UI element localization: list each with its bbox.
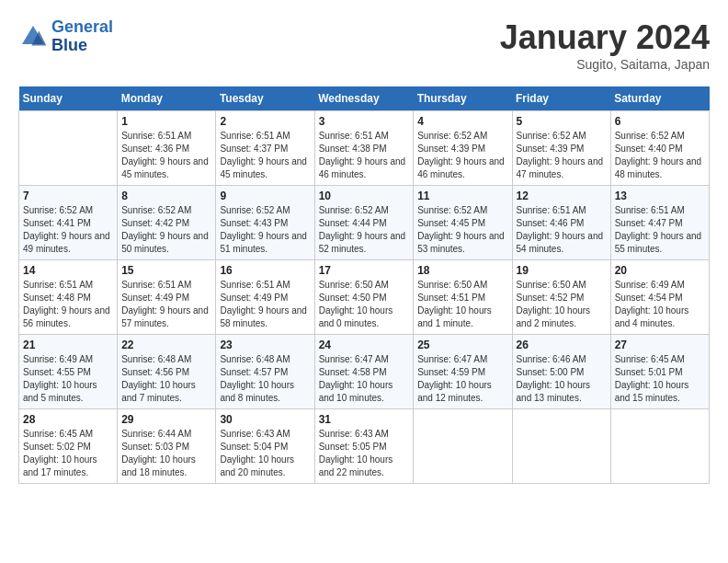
day-number: 29 [121, 413, 211, 426]
day-number: 18 [417, 264, 507, 277]
day-number: 5 [517, 115, 607, 128]
day-number: 30 [220, 413, 310, 426]
day-info: Sunrise: 6:51 AMSunset: 4:46 PMDaylight:… [517, 204, 607, 256]
calendar-cell: 8Sunrise: 6:52 AMSunset: 4:42 PMDaylight… [118, 186, 216, 260]
day-number: 9 [220, 190, 310, 202]
calendar-week-3: 14Sunrise: 6:51 AMSunset: 4:48 PMDayligh… [19, 260, 710, 335]
day-number: 31 [319, 413, 410, 426]
day-number: 26 [517, 339, 607, 351]
calendar-cell: 28Sunrise: 6:45 AMSunset: 5:02 PMDayligh… [19, 409, 118, 484]
calendar-cell: 13Sunrise: 6:51 AMSunset: 4:47 PMDayligh… [610, 186, 709, 260]
calendar-cell: 6Sunrise: 6:52 AMSunset: 4:40 PMDaylight… [610, 111, 709, 186]
calendar-cell: 5Sunrise: 6:52 AMSunset: 4:39 PMDaylight… [512, 111, 610, 186]
day-info: Sunrise: 6:52 AMSunset: 4:40 PMDaylight:… [615, 130, 705, 181]
day-number: 28 [23, 413, 113, 426]
day-info: Sunrise: 6:51 AMSunset: 4:36 PMDaylight:… [121, 130, 211, 181]
col-header-sunday: Sunday [19, 86, 118, 111]
day-info: Sunrise: 6:45 AMSunset: 5:02 PMDaylight:… [23, 428, 113, 479]
day-number: 2 [220, 115, 310, 128]
day-info: Sunrise: 6:48 AMSunset: 4:56 PMDaylight:… [121, 353, 211, 405]
calendar-week-2: 7Sunrise: 6:52 AMSunset: 4:41 PMDaylight… [19, 186, 710, 260]
day-info: Sunrise: 6:43 AMSunset: 5:05 PMDaylight:… [319, 428, 410, 479]
month-title: January 2024 [500, 18, 710, 57]
day-number: 10 [319, 190, 410, 202]
logo-text: General Blue [51, 18, 113, 55]
calendar-week-5: 28Sunrise: 6:45 AMSunset: 5:02 PMDayligh… [19, 409, 710, 484]
calendar-cell: 31Sunrise: 6:43 AMSunset: 5:05 PMDayligh… [314, 409, 414, 484]
col-header-thursday: Thursday [414, 86, 512, 111]
day-info: Sunrise: 6:47 AMSunset: 4:58 PMDaylight:… [319, 353, 410, 405]
day-info: Sunrise: 6:44 AMSunset: 5:03 PMDaylight:… [121, 428, 211, 479]
calendar-cell [19, 111, 118, 186]
day-number: 27 [615, 339, 705, 351]
calendar-cell: 18Sunrise: 6:50 AMSunset: 4:51 PMDayligh… [414, 260, 512, 335]
calendar-cell: 10Sunrise: 6:52 AMSunset: 4:44 PMDayligh… [314, 186, 414, 260]
calendar-cell [414, 409, 512, 484]
day-number: 25 [417, 339, 507, 351]
day-info: Sunrise: 6:50 AMSunset: 4:50 PMDaylight:… [319, 279, 410, 330]
calendar-cell: 24Sunrise: 6:47 AMSunset: 4:58 PMDayligh… [314, 335, 414, 409]
day-info: Sunrise: 6:52 AMSunset: 4:39 PMDaylight:… [417, 130, 507, 181]
calendar-week-4: 21Sunrise: 6:49 AMSunset: 4:55 PMDayligh… [19, 335, 710, 409]
day-number: 20 [615, 264, 705, 277]
title-block: January 2024 Sugito, Saitama, Japan [500, 18, 710, 72]
col-header-saturday: Saturday [610, 86, 709, 111]
day-info: Sunrise: 6:51 AMSunset: 4:49 PMDaylight:… [220, 279, 310, 330]
day-number: 24 [319, 339, 410, 351]
col-header-monday: Monday [118, 86, 216, 111]
day-number: 6 [615, 115, 705, 128]
day-number: 23 [220, 339, 310, 351]
day-number: 8 [121, 190, 211, 202]
day-number: 4 [417, 115, 507, 128]
day-info: Sunrise: 6:49 AMSunset: 4:55 PMDaylight:… [23, 353, 113, 405]
calendar-cell: 26Sunrise: 6:46 AMSunset: 5:00 PMDayligh… [512, 335, 610, 409]
calendar-cell [610, 409, 709, 484]
col-header-tuesday: Tuesday [216, 86, 314, 111]
day-info: Sunrise: 6:50 AMSunset: 4:52 PMDaylight:… [517, 279, 607, 330]
calendar-cell: 29Sunrise: 6:44 AMSunset: 5:03 PMDayligh… [118, 409, 216, 484]
day-info: Sunrise: 6:45 AMSunset: 5:01 PMDaylight:… [615, 353, 705, 405]
day-number: 12 [517, 190, 607, 202]
calendar-cell: 4Sunrise: 6:52 AMSunset: 4:39 PMDaylight… [414, 111, 512, 186]
day-number: 17 [319, 264, 410, 277]
location: Sugito, Saitama, Japan [500, 57, 710, 72]
day-info: Sunrise: 6:47 AMSunset: 4:59 PMDaylight:… [417, 353, 507, 405]
day-info: Sunrise: 6:51 AMSunset: 4:47 PMDaylight:… [615, 204, 705, 256]
day-info: Sunrise: 6:52 AMSunset: 4:41 PMDaylight:… [23, 204, 113, 256]
calendar-week-1: 1Sunrise: 6:51 AMSunset: 4:36 PMDaylight… [19, 111, 710, 186]
calendar-table: SundayMondayTuesdayWednesdayThursdayFrid… [18, 86, 710, 484]
calendar-cell: 23Sunrise: 6:48 AMSunset: 4:57 PMDayligh… [216, 335, 314, 409]
calendar-header-row: SundayMondayTuesdayWednesdayThursdayFrid… [19, 86, 710, 111]
calendar-cell: 21Sunrise: 6:49 AMSunset: 4:55 PMDayligh… [19, 335, 118, 409]
logo-icon [18, 22, 48, 52]
day-info: Sunrise: 6:51 AMSunset: 4:48 PMDaylight:… [23, 279, 113, 330]
day-info: Sunrise: 6:52 AMSunset: 4:42 PMDaylight:… [121, 204, 211, 256]
day-number: 11 [417, 190, 507, 202]
calendar-cell: 20Sunrise: 6:49 AMSunset: 4:54 PMDayligh… [610, 260, 709, 335]
calendar-cell: 25Sunrise: 6:47 AMSunset: 4:59 PMDayligh… [414, 335, 512, 409]
page-header: General Blue January 2024 Sugito, Saitam… [18, 18, 710, 72]
day-number: 22 [121, 339, 211, 351]
day-info: Sunrise: 6:52 AMSunset: 4:44 PMDaylight:… [319, 204, 410, 256]
calendar-cell: 14Sunrise: 6:51 AMSunset: 4:48 PMDayligh… [19, 260, 118, 335]
day-info: Sunrise: 6:50 AMSunset: 4:51 PMDaylight:… [417, 279, 507, 330]
day-number: 3 [319, 115, 410, 128]
calendar-cell: 1Sunrise: 6:51 AMSunset: 4:36 PMDaylight… [118, 111, 216, 186]
day-info: Sunrise: 6:51 AMSunset: 4:49 PMDaylight:… [121, 279, 211, 330]
calendar-cell: 12Sunrise: 6:51 AMSunset: 4:46 PMDayligh… [512, 186, 610, 260]
calendar-cell: 9Sunrise: 6:52 AMSunset: 4:43 PMDaylight… [216, 186, 314, 260]
day-info: Sunrise: 6:51 AMSunset: 4:38 PMDaylight:… [319, 130, 410, 181]
col-header-friday: Friday [512, 86, 610, 111]
logo: General Blue [18, 18, 113, 55]
logo-blue: Blue [51, 36, 87, 54]
calendar-cell: 27Sunrise: 6:45 AMSunset: 5:01 PMDayligh… [610, 335, 709, 409]
day-info: Sunrise: 6:48 AMSunset: 4:57 PMDaylight:… [220, 353, 310, 405]
day-number: 16 [220, 264, 310, 277]
day-number: 15 [121, 264, 211, 277]
day-number: 14 [23, 264, 113, 277]
logo-general: General [51, 17, 113, 36]
day-info: Sunrise: 6:52 AMSunset: 4:43 PMDaylight:… [220, 204, 310, 256]
calendar-cell: 7Sunrise: 6:52 AMSunset: 4:41 PMDaylight… [19, 186, 118, 260]
calendar-cell: 2Sunrise: 6:51 AMSunset: 4:37 PMDaylight… [216, 111, 314, 186]
calendar-cell: 19Sunrise: 6:50 AMSunset: 4:52 PMDayligh… [512, 260, 610, 335]
